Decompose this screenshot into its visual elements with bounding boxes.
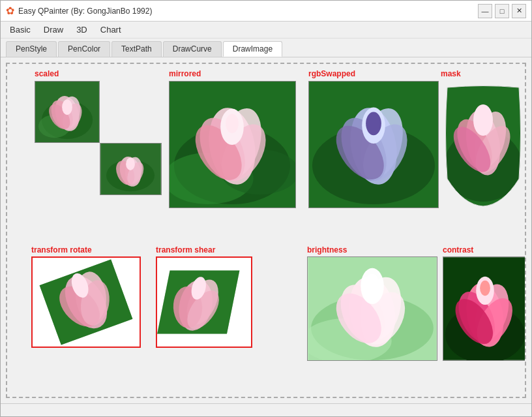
menu-chart[interactable]: Chart [94,23,128,37]
tab-bar: PenStyle PenColor TextPath DrawCurve Dra… [1,39,531,57]
image-scaled-large [35,81,100,143]
tab-penstyle[interactable]: PenStyle [6,41,57,57]
image-mirrored [169,81,296,208]
svg-point-44 [473,104,493,136]
svg-point-15 [126,157,135,170]
tab-textpath[interactable]: TextPath [111,41,162,57]
image-mask [441,81,525,208]
menu-basic[interactable]: Basic [3,23,37,37]
main-window: ✿ Easy QPainter (By: GongJianBo 1992) — … [0,0,532,417]
menu-3d[interactable]: 3D [70,23,94,37]
svg-point-79 [480,281,490,296]
app-icon: ✿ [6,5,14,17]
svg-point-8 [62,99,72,114]
label-mirrored: mirrored [169,69,201,78]
minimize-button[interactable]: — [478,4,492,18]
image-brightness [307,256,437,361]
label-scaled: scaled [35,69,59,78]
label-transform-rotate: transform rotate [31,245,92,255]
label-mask: mask [441,69,461,78]
menu-bar: Basic Draw 3D Chart [1,22,531,39]
close-button[interactable]: ✕ [512,4,526,18]
canvas-area: scaled mirrored rgbSwapped mask transfor… [6,63,526,398]
tab-pencolor[interactable]: PenColor [58,41,110,57]
image-transform-rotate [31,256,141,348]
svg-point-35 [366,112,381,136]
image-scaled-small [100,143,162,195]
tab-drawcurve[interactable]: DrawCurve [163,41,222,57]
image-contrast [443,256,526,361]
content-area: scaled mirrored rgbSwapped mask transfor… [1,57,531,403]
title-controls: — □ ✕ [478,4,526,18]
title-bar: ✿ Easy QPainter (By: GongJianBo 1992) — … [1,1,531,22]
window-title: Easy QPainter (By: GongJianBo 1992) [18,7,152,16]
label-transform-shear: transform shear [156,245,215,255]
image-transform-shear [156,256,252,348]
svg-point-70 [366,274,379,292]
label-contrast: contrast [443,245,473,255]
status-bar [1,403,531,416]
label-rgb-swapped: rgbSwapped [308,69,355,78]
label-brightness: brightness [307,245,347,255]
maximize-button[interactable]: □ [495,4,509,18]
image-rgb-swapped [308,81,439,208]
menu-draw[interactable]: Draw [37,23,70,37]
title-bar-left: ✿ Easy QPainter (By: GongJianBo 1992) [6,5,152,17]
tab-drawimage[interactable]: DrawImage [223,41,282,57]
svg-point-26 [226,114,239,133]
